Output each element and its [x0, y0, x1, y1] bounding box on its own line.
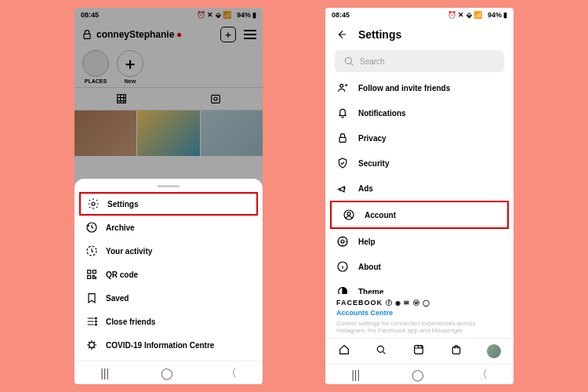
accounts-centre-link[interactable]: Accounts Centre	[325, 309, 514, 317]
ads-icon	[336, 182, 349, 194]
menu-item-label: Theme	[358, 288, 383, 294]
search-input[interactable]: Search	[335, 50, 504, 72]
status-icons: ⏰ ✕ ⬙ 📶	[448, 11, 483, 19]
android-nav-bar: ||| ◯ 〈	[325, 364, 514, 384]
menu-item-archive[interactable]: Archive	[74, 216, 263, 239]
covid-icon	[85, 339, 98, 351]
theme-icon	[336, 285, 349, 294]
settings-header: Settings	[325, 22, 514, 47]
menu-item-label: Settings	[107, 200, 138, 209]
menu-item-about[interactable]: About	[325, 254, 514, 279]
menu-item-label: Privacy	[358, 134, 387, 143]
menu-item-label: Archive	[106, 223, 135, 232]
nav-recent[interactable]: |||	[100, 367, 109, 379]
privacy-icon	[336, 132, 349, 144]
menu-item-label: Follow and invite friends	[358, 84, 450, 93]
nav-recent[interactable]: |||	[351, 368, 360, 381]
android-nav-bar: ||| ◯ 〈	[74, 361, 263, 384]
svg-point-14	[345, 57, 351, 64]
reels-icon	[412, 343, 425, 356]
tab-shop[interactable]	[450, 343, 463, 359]
menu-item-label: Your activity	[106, 247, 152, 256]
bottom-tab-bar	[325, 338, 514, 364]
account-icon	[343, 209, 355, 221]
status-time: 08:45	[332, 11, 350, 19]
svg-point-15	[340, 84, 343, 87]
status-battery: 94%	[488, 11, 502, 19]
menu-item-label: Account	[365, 211, 396, 220]
nav-back[interactable]: 〈	[226, 366, 237, 380]
menu-item-follow[interactable]: Follow and invite friends	[325, 75, 514, 100]
svg-point-4	[92, 202, 95, 205]
facebook-brand: FACEBOOK ⓕ ◉ ✉ ⓦ ◯	[325, 294, 514, 309]
menu-item-theme[interactable]: Theme	[325, 279, 514, 294]
menu-item-label: About	[358, 263, 381, 271]
security-icon	[336, 157, 349, 169]
home-icon	[338, 343, 350, 356]
menu-item-label: QR code	[106, 270, 138, 279]
menu-item-help[interactable]: Help	[325, 229, 514, 254]
archive-icon	[85, 221, 98, 234]
svg-point-12	[95, 324, 96, 325]
nav-home[interactable]: ◯	[161, 367, 173, 379]
notifications-icon	[336, 107, 349, 119]
menu-item-label: Saved	[106, 294, 129, 303]
menu-item-label: Notifications	[358, 109, 406, 118]
svg-point-11	[95, 321, 96, 322]
menu-item-saved[interactable]: Saved	[74, 286, 263, 310]
svg-point-10	[95, 318, 96, 319]
tab-profile[interactable]	[487, 344, 501, 358]
menu-item-activity[interactable]: Your activity	[74, 239, 263, 263]
svg-point-20	[341, 240, 344, 243]
saved-icon	[85, 292, 98, 304]
svg-point-18	[347, 212, 350, 216]
svg-rect-25	[452, 347, 459, 354]
settings-list: Follow and invite friends Notifications …	[325, 75, 514, 294]
close-icon	[85, 315, 98, 328]
svg-rect-16	[339, 137, 346, 142]
menu-item-covid[interactable]: COVID-19 Information Centre	[74, 333, 263, 357]
phone-profile-menu: 08:45 ⏰ ✕ ⬙ 📶 94%▮ conneyStephanie ＋ PLA…	[74, 8, 263, 384]
menu-item-label: Help	[358, 238, 376, 246]
menu-item-label: Security	[358, 159, 389, 168]
menu-item-close[interactable]: Close friends	[74, 310, 263, 333]
menu-item-privacy[interactable]: Privacy	[325, 125, 514, 151]
search-placeholder: Search	[360, 57, 385, 66]
search-icon	[343, 55, 355, 67]
svg-point-23	[378, 346, 384, 352]
menu-item-ads[interactable]: Ads	[325, 176, 514, 201]
menu-item-account[interactable]: Account	[330, 201, 509, 229]
menu-item-security[interactable]: Security	[325, 151, 514, 176]
back-arrow-icon[interactable]	[335, 28, 347, 41]
nav-home[interactable]: ◯	[412, 368, 424, 381]
status-bar: 08:45 ⏰ ✕ ⬙ 📶 94%▮	[325, 8, 514, 22]
activity-icon	[85, 245, 98, 257]
shop-icon	[450, 343, 463, 356]
tab-home[interactable]	[338, 343, 350, 359]
accounts-centre-subtext: Control settings for connected experienc…	[325, 317, 514, 338]
help-icon	[336, 235, 349, 248]
bottom-sheet-menu: Settings Archive Your activity QR code S…	[74, 179, 263, 361]
sheet-handle[interactable]	[158, 185, 180, 187]
menu-item-notifications[interactable]: Notifications	[325, 100, 514, 125]
settings-icon	[87, 198, 100, 210]
search-icon	[375, 343, 387, 356]
svg-rect-8	[93, 270, 96, 274]
follow-icon	[336, 82, 349, 94]
svg-rect-9	[88, 275, 91, 278]
svg-rect-7	[88, 270, 91, 274]
menu-item-settings[interactable]: Settings	[79, 192, 258, 216]
menu-item-label: Ads	[358, 184, 373, 193]
phone-settings: 08:45 ⏰ ✕ ⬙ 📶 94%▮ Settings Search Follo…	[325, 8, 514, 384]
about-icon	[336, 260, 349, 273]
menu-item-label: Close friends	[106, 318, 155, 326]
tab-search[interactable]	[375, 343, 387, 359]
menu-item-label: COVID-19 Information Centre	[106, 341, 214, 350]
tab-reels[interactable]	[412, 343, 425, 359]
nav-back[interactable]: 〈	[477, 368, 488, 382]
menu-item-qr[interactable]: QR code	[74, 263, 263, 286]
qr-icon	[85, 268, 98, 281]
page-title: Settings	[358, 28, 401, 41]
